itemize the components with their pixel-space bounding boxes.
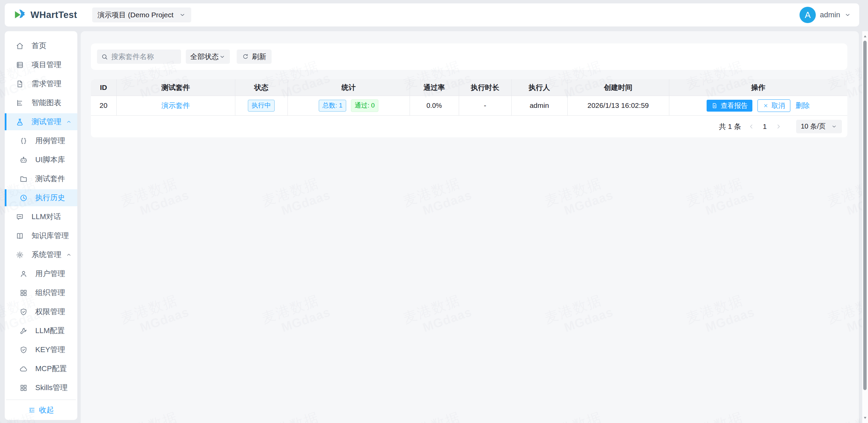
top-header: WHartTest 演示项目 (Demo Project A admin	[5, 3, 859, 26]
chevron-down-icon	[179, 12, 186, 18]
sidebar-item-智能图表[interactable]: 智能图表	[5, 94, 77, 111]
sidebar-item-需求管理[interactable]: 需求管理	[5, 75, 77, 92]
collapse-icon	[28, 406, 36, 414]
smart-chart-icon	[16, 99, 24, 107]
main-content: 全部状态 刷新 ID 测试套件 状态 统计 通过率 执行时长	[81, 31, 859, 423]
sidebar-item-系统管理[interactable]: 系统管理	[5, 246, 77, 263]
grid-icon	[19, 384, 28, 392]
sidebar-item-label: LLM配置	[35, 326, 65, 336]
book-icon	[16, 232, 24, 240]
chevron-left-icon[interactable]	[748, 123, 755, 130]
col-header-pass-rate: 通过率	[410, 79, 459, 96]
braces-icon	[19, 137, 28, 145]
scrollbar-thumb[interactable]	[863, 41, 867, 390]
sidebar-menu: 首页项目管理需求管理智能图表测试管理用例管理UI脚本库测试套件执行历史LLM对话…	[5, 35, 77, 400]
table-row: 20 演示套件 执行中 总数: 1 通过: 0 0.0% - admin	[91, 96, 847, 115]
sidebar-collapse-button[interactable]: 收起	[6, 400, 76, 420]
sidebar-item-label: 用例管理	[35, 136, 65, 146]
col-header-suite: 测试套件	[116, 79, 235, 96]
pagination-total: 共 1 条	[719, 122, 741, 131]
table-header-row: ID 测试套件 状态 统计 通过率 执行时长 执行人 创建时间 操作	[91, 79, 847, 96]
suite-name-link[interactable]: 演示套件	[161, 101, 190, 109]
status-filter-value: 全部状态	[190, 52, 219, 61]
sidebar-item-MCP配置[interactable]: MCP配置	[5, 360, 77, 377]
view-report-label: 查看报告	[721, 101, 748, 110]
chevron-right-icon[interactable]	[775, 123, 782, 130]
grid-icon	[19, 289, 28, 297]
view-report-button[interactable]: 查看报告	[707, 100, 752, 112]
sidebar-item-用例管理[interactable]: 用例管理	[5, 132, 77, 149]
col-header-actions: 操作	[669, 79, 847, 96]
sidebar-item-权限管理[interactable]: 权限管理	[5, 303, 77, 320]
sidebar-item-label: 测试管理	[32, 117, 61, 127]
toolbar: 全部状态 刷新	[91, 43, 847, 70]
sidebar-item-label: 组织管理	[35, 288, 65, 298]
project-selector-label: 演示项目 (Demo Project	[98, 10, 174, 20]
sidebar-item-LLM对话[interactable]: LLM对话	[5, 208, 77, 225]
pass-rate: 0.0%	[427, 101, 442, 110]
sidebar-item-项目管理[interactable]: 项目管理	[5, 56, 77, 73]
pass-rate-value: 0.0%	[427, 102, 442, 109]
cloud-icon	[19, 365, 28, 373]
cancel-button[interactable]: 取消	[757, 99, 790, 112]
cell-id: 20	[91, 96, 116, 115]
sidebar: 首页项目管理需求管理智能图表测试管理用例管理UI脚本库测试套件执行历史LLM对话…	[5, 31, 77, 420]
app-logo: WHartTest	[13, 8, 77, 22]
sidebar-item-测试管理[interactable]: 测试管理	[5, 113, 77, 130]
sidebar-item-测试套件[interactable]: 测试套件	[5, 170, 77, 187]
clock-icon	[19, 194, 28, 202]
scroll-up-arrow-icon[interactable]	[863, 34, 868, 39]
app-title: WHartTest	[31, 10, 77, 20]
sidebar-item-UI脚本库[interactable]: UI脚本库	[5, 151, 77, 168]
chevron-down-icon	[831, 123, 837, 130]
sidebar-item-label: 执行历史	[35, 193, 65, 203]
sidebar-item-执行历史[interactable]: 执行历史	[5, 189, 77, 206]
col-header-executor: 执行人	[511, 79, 567, 96]
sidebar-item-知识库管理[interactable]: 知识库管理	[5, 227, 77, 244]
col-header-created: 创建时间	[567, 79, 669, 96]
chevron-up-icon	[66, 252, 72, 258]
sidebar-item-label: 需求管理	[32, 79, 61, 89]
delete-link[interactable]: 删除	[795, 101, 810, 110]
sidebar-item-Skills管理[interactable]: Skills管理	[5, 379, 77, 396]
chevron-down-icon	[219, 54, 225, 60]
sidebar-item-label: 智能图表	[32, 98, 61, 108]
stats-passed-badge: 通过: 0	[351, 99, 378, 112]
sidebar-item-label: 项目管理	[32, 60, 61, 70]
folder-icon	[19, 175, 28, 183]
chat-icon	[16, 213, 24, 221]
sidebar-item-用户管理[interactable]: 用户管理	[5, 265, 77, 282]
search-input[interactable]	[111, 53, 177, 61]
col-header-duration: 执行时长	[459, 79, 511, 96]
refresh-button[interactable]: 刷新	[237, 50, 272, 64]
scroll-down-arrow-icon[interactable]	[863, 415, 868, 420]
pagination: 共 1 条 1 10 条/页	[91, 116, 847, 137]
page-size-value: 10 条/页	[801, 122, 826, 131]
sidebar-item-组织管理[interactable]: 组织管理	[5, 284, 77, 301]
vertical-scrollbar[interactable]	[862, 31, 868, 423]
cell-duration: -	[459, 96, 511, 115]
avatar[interactable]: A	[800, 7, 816, 23]
sidebar-item-KEY管理[interactable]: KEY管理	[5, 341, 77, 358]
search-box[interactable]	[97, 50, 181, 64]
sidebar-item-label: KEY管理	[35, 345, 65, 355]
sidebar-item-LLM配置[interactable]: LLM配置	[5, 322, 77, 339]
sidebar-item-label: Skills管理	[35, 383, 67, 393]
sidebar-item-首页[interactable]: 首页	[5, 37, 77, 54]
user-menu[interactable]: A admin	[800, 7, 851, 23]
flask-icon	[16, 118, 24, 126]
pagination-current-page[interactable]: 1	[762, 122, 768, 131]
sidebar-item-label: 权限管理	[35, 307, 65, 317]
cell-executor: admin	[511, 96, 567, 115]
sidebar-item-label: 用户管理	[35, 269, 65, 279]
wrench-icon	[19, 327, 28, 335]
sidebar-item-label: UI脚本库	[35, 155, 65, 165]
sidebar-item-label: 首页	[32, 41, 46, 51]
project-selector[interactable]: 演示项目 (Demo Project	[92, 7, 191, 22]
status-filter-select[interactable]: 全部状态	[186, 50, 230, 64]
refresh-label: 刷新	[252, 52, 266, 61]
username: admin	[820, 11, 840, 19]
col-header-id: ID	[91, 79, 116, 96]
page-size-select[interactable]: 10 条/页	[796, 120, 842, 133]
shield-icon	[19, 308, 28, 316]
